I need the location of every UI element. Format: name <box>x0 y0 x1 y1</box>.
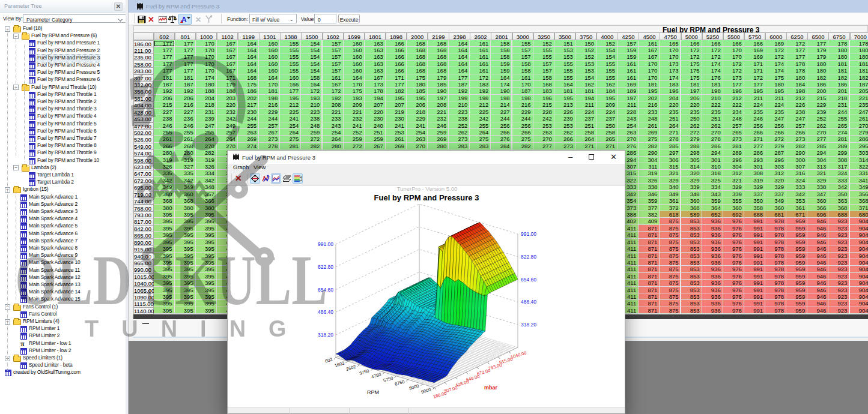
svg-text:1040.00: 1040.00 <box>510 350 527 360</box>
svg-text:654.60: 654.60 <box>521 277 536 283</box>
svg-text:A: A <box>181 16 187 23</box>
svg-text:RPM: RPM <box>367 389 379 395</box>
svg-text:1602: 1602 <box>334 360 345 368</box>
svg-text:mbar: mbar <box>484 385 498 391</box>
svg-text:318.20: 318.20 <box>318 332 333 338</box>
svg-text:822.80: 822.80 <box>318 264 333 270</box>
svg-text:9000: 9000 <box>420 386 432 394</box>
svg-text:2602: 2602 <box>345 364 357 371</box>
svg-text:6750: 6750 <box>394 379 405 386</box>
svg-text:486.40: 486.40 <box>521 299 536 305</box>
svg-text:822.80: 822.80 <box>521 254 536 260</box>
svg-text:991.00: 991.00 <box>318 241 333 247</box>
svg-text:991.00: 991.00 <box>521 231 536 237</box>
svg-text:486.40: 486.40 <box>318 309 333 315</box>
svg-text:8000: 8000 <box>408 383 420 391</box>
svg-text:654.60: 654.60 <box>318 287 333 293</box>
svg-text:TunerPro - Version 5.00: TunerPro - Version 5.00 <box>397 185 458 192</box>
svg-text:3750: 3750 <box>359 368 370 376</box>
svg-text:Fuel by RPM and Pressure 3: Fuel by RPM and Pressure 3 <box>374 193 479 202</box>
svg-text:4750: 4750 <box>371 371 382 379</box>
svg-text:602: 602 <box>324 356 333 364</box>
svg-text:318.20: 318.20 <box>521 322 536 328</box>
svg-text:5750: 5750 <box>383 375 394 383</box>
